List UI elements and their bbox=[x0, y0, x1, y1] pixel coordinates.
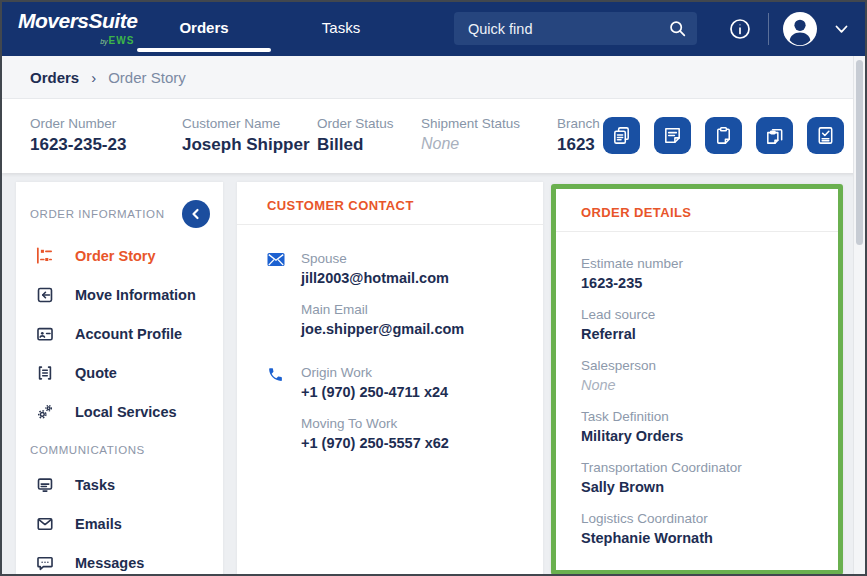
logo-byline: EWS bbox=[109, 35, 135, 46]
customer-contact-panel: CUSTOMER CONTACT Spouse jill2003@hotmail… bbox=[237, 182, 543, 576]
copy-clipboard-icon[interactable] bbox=[756, 117, 793, 154]
sidebar-item-tasks[interactable]: Tasks bbox=[16, 465, 223, 504]
field-logistics-coordinator: Logistics Coordinator Stephanie Wornath bbox=[581, 511, 828, 546]
search-icon[interactable] bbox=[668, 19, 687, 38]
tab-orders[interactable]: Orders bbox=[135, 2, 273, 56]
account-profile-icon bbox=[35, 324, 54, 343]
sidebar-section-order-information: ORDER INFORMATION bbox=[30, 208, 165, 220]
app-window: MoversSuite byEWS Orders Tasks bbox=[0, 0, 867, 576]
summary-order-number: Order Number 1623-235-23 bbox=[30, 116, 126, 155]
app-logo[interactable]: MoversSuite byEWS bbox=[18, 9, 137, 48]
messages-icon bbox=[35, 553, 54, 572]
notes-icon[interactable] bbox=[654, 117, 691, 154]
order-details-title: ORDER DETAILS bbox=[581, 205, 691, 220]
sidebar-order-navigation: ORDER INFORMATION Order Story bbox=[16, 182, 223, 576]
contact-entry-moving-to-work: Moving To Work +1 (970) 250-5557 x62 bbox=[301, 416, 449, 451]
sidebar-item-local-services[interactable]: Local Services bbox=[16, 392, 223, 431]
sidebar-item-order-story[interactable]: Order Story bbox=[16, 236, 223, 275]
tab-orders-label: Orders bbox=[179, 19, 228, 36]
sidebar-item-move-information[interactable]: Move Information bbox=[16, 275, 223, 314]
phone-icon bbox=[267, 365, 301, 467]
summary-order-status: Order Status Billed bbox=[317, 116, 394, 155]
sidebar-section-communications: COMMUNICATIONS bbox=[30, 444, 145, 456]
field-salesperson: Salesperson None bbox=[581, 358, 828, 393]
email-icon bbox=[267, 251, 301, 353]
move-information-icon bbox=[35, 285, 54, 304]
top-navbar: MoversSuite byEWS Orders Tasks bbox=[2, 2, 865, 56]
copy-order-icon[interactable] bbox=[603, 117, 640, 154]
contact-entry-main-email: Main Email joe.shipper@gmail.com bbox=[301, 302, 464, 337]
scrollbar-thumb[interactable] bbox=[856, 60, 863, 245]
order-journal-check-icon[interactable] bbox=[807, 117, 844, 154]
order-story-icon bbox=[35, 246, 54, 265]
tab-tasks[interactable]: Tasks bbox=[272, 2, 410, 56]
tasks-icon bbox=[35, 475, 54, 494]
breadcrumb-orders[interactable]: Orders bbox=[30, 69, 79, 86]
vertical-scrollbar[interactable] bbox=[853, 56, 865, 574]
navbar-divider bbox=[768, 13, 769, 45]
sidebar-collapse-button[interactable] bbox=[182, 200, 210, 228]
logo-by: by bbox=[100, 38, 107, 45]
sidebar-item-account-profile[interactable]: Account Profile bbox=[16, 314, 223, 353]
origin-work-phone[interactable]: +1 (970) 250-4711 x24 bbox=[301, 384, 449, 400]
phone-contact-group: Origin Work +1 (970) 250-4711 x24 Moving… bbox=[267, 365, 543, 467]
active-tab-underline bbox=[137, 48, 271, 52]
order-summary-bar: Order Number 1623-235-23 Customer Name J… bbox=[2, 99, 865, 173]
order-details-panel-highlighted: ORDER DETAILS Estimate number 1623-235 L… bbox=[551, 184, 843, 575]
contact-entry-origin-work: Origin Work +1 (970) 250-4711 x24 bbox=[301, 365, 449, 400]
summary-branch: Branch 1623 bbox=[557, 116, 600, 155]
sidebar-item-emails[interactable]: Emails bbox=[16, 504, 223, 543]
contact-entry-spouse: Spouse jill2003@hotmail.com bbox=[301, 251, 464, 286]
quote-icon bbox=[35, 363, 54, 382]
field-task-definition: Task Definition Military Orders bbox=[581, 409, 828, 444]
summary-customer-name: Customer Name Joseph Shipper bbox=[182, 116, 310, 155]
breadcrumb-separator: › bbox=[91, 69, 96, 86]
breadcrumb-order-story: Order Story bbox=[108, 69, 186, 86]
field-transportation-coordinator: Transportation Coordinator Sally Brown bbox=[581, 460, 828, 495]
spouse-email[interactable]: jill2003@hotmail.com bbox=[301, 270, 464, 286]
search-input[interactable] bbox=[454, 12, 697, 45]
chevron-down-icon[interactable] bbox=[835, 25, 848, 34]
avatar[interactable] bbox=[783, 12, 817, 46]
email-contact-group: Spouse jill2003@hotmail.com Main Email j… bbox=[267, 251, 543, 353]
local-services-icon bbox=[35, 402, 54, 421]
info-icon[interactable] bbox=[729, 18, 751, 40]
main-email[interactable]: joe.shipper@gmail.com bbox=[301, 321, 464, 337]
breadcrumb: Orders › Order Story bbox=[2, 56, 865, 99]
customer-contact-title: CUSTOMER CONTACT bbox=[267, 198, 414, 213]
tab-tasks-label: Tasks bbox=[322, 19, 360, 36]
clipboard-icon[interactable] bbox=[705, 117, 742, 154]
summary-shipment-status: Shipment Status None bbox=[421, 116, 520, 153]
quick-find-search bbox=[454, 12, 697, 45]
moving-to-work-phone[interactable]: +1 (970) 250-5557 x62 bbox=[301, 435, 449, 451]
sidebar-item-quote[interactable]: Quote bbox=[16, 353, 223, 392]
field-estimate-number: Estimate number 1623-235 bbox=[581, 256, 828, 291]
sidebar-item-messages[interactable]: Messages bbox=[16, 543, 223, 576]
field-lead-source: Lead source Referral bbox=[581, 307, 828, 342]
emails-icon bbox=[35, 514, 54, 533]
